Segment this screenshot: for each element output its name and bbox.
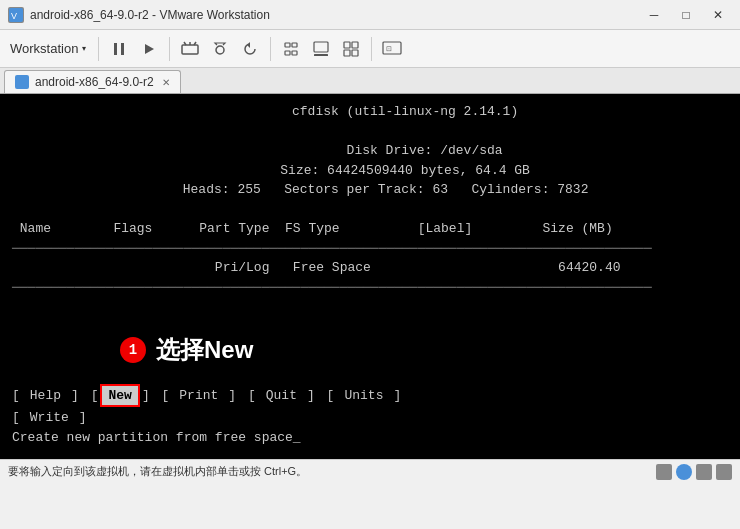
title-bar: V android-x86_64-9.0-r2 - VMware Worksta… — [0, 0, 740, 30]
print-bracket-open: [ — [162, 388, 170, 403]
terminal-line-5: Heads: 255 Sectors per Track: 63 Cylinde… — [12, 180, 728, 200]
chevron-down-icon: ▾ — [82, 44, 86, 53]
window-title: android-x86_64-9.0-r2 - VMware Workstati… — [30, 8, 270, 22]
sound-icon — [696, 464, 712, 480]
terminal-sep-1: ────────────────────────────────────────… — [12, 239, 728, 259]
svg-text:⊡: ⊡ — [386, 45, 392, 52]
toolbar-divider-3 — [270, 37, 271, 61]
quit-bracket-close: ] — [307, 388, 315, 403]
window-controls: ─ □ ✕ — [640, 5, 732, 25]
toolbar: Workstation ▾ ⊡ — [0, 30, 740, 68]
new-bracket-open: [ — [91, 388, 99, 403]
svg-text:V: V — [11, 11, 17, 21]
svg-marker-10 — [247, 42, 250, 48]
terminal-line-3: Disk Drive: /dev/sda — [12, 141, 728, 161]
btn-gap-4 — [317, 388, 325, 403]
svg-rect-17 — [344, 42, 350, 48]
svg-rect-16 — [314, 54, 328, 56]
toolbar-menu-button[interactable] — [135, 35, 163, 63]
status-text: 要将输入定向到该虚拟机，请在虚拟机内部单击或按 Ctrl+G。 — [8, 464, 307, 479]
svg-rect-13 — [285, 51, 290, 55]
tab-bar: android-x86_64-9.0-r2 ✕ — [0, 68, 740, 94]
maximize-button[interactable]: □ — [672, 5, 700, 25]
new-bracket-close: ] — [142, 388, 150, 403]
close-button[interactable]: ✕ — [704, 5, 732, 25]
annotation-text: 选择New — [156, 334, 253, 366]
workstation-menu[interactable]: Workstation ▾ — [4, 37, 92, 60]
send-ctrl-alt-del-button[interactable] — [176, 35, 204, 63]
workstation-label: Workstation — [10, 41, 78, 56]
button-row-1: [ Help ] [ New ] [ Print ] [ Quit ] [ Un… — [12, 384, 401, 407]
write-label[interactable]: Write — [22, 410, 77, 425]
status-bar: 要将输入定向到该虚拟机，请在虚拟机内部单击或按 Ctrl+G。 — [0, 459, 740, 483]
pause-button[interactable] — [105, 35, 133, 63]
button-row-2: [ Write ] — [12, 410, 87, 425]
terminal-header-row: Name Flags Part Type FS Type [Label] Siz… — [12, 219, 728, 239]
toolbar-divider-1 — [98, 37, 99, 61]
svg-point-9 — [216, 46, 224, 54]
svg-rect-11 — [285, 43, 290, 47]
toolbar-divider-2 — [169, 37, 170, 61]
svg-marker-4 — [145, 44, 154, 54]
fit-guest-button[interactable]: ⊡ — [378, 35, 406, 63]
help-label[interactable]: Help — [22, 388, 69, 403]
units-bracket-open: [ — [327, 388, 335, 403]
tab-close-button[interactable]: ✕ — [162, 77, 170, 88]
terminal-line-4: Size: 64424509440 bytes, 64.4 GB — [12, 161, 728, 181]
btn-gap-3 — [238, 388, 246, 403]
write-bracket-open: [ — [12, 410, 20, 425]
units-label[interactable]: Units — [336, 388, 391, 403]
annotation-number: 1 — [120, 337, 146, 363]
svg-rect-15 — [314, 42, 328, 52]
usb-icon — [716, 464, 732, 480]
print-bracket-close: ] — [228, 388, 236, 403]
new-button[interactable]: New — [100, 384, 139, 407]
terminal-area[interactable]: cfdisk (util-linux-ng 2.14.1) Disk Drive… — [0, 94, 740, 459]
annotation-overlay: 1 选择New — [120, 334, 253, 366]
fullscreen-button[interactable] — [277, 35, 305, 63]
network-icon — [656, 464, 672, 480]
vm-status-icon — [676, 464, 692, 480]
help-bracket-open: [ — [12, 388, 20, 403]
svg-rect-12 — [292, 43, 297, 47]
svg-rect-2 — [114, 43, 117, 55]
vm-tab[interactable]: android-x86_64-9.0-r2 ✕ — [4, 70, 181, 93]
help-bracket-close: ] — [71, 388, 79, 403]
vm-settings-button[interactable] — [337, 35, 365, 63]
svg-rect-3 — [121, 43, 124, 55]
svg-rect-5 — [182, 45, 198, 54]
quit-label[interactable]: Quit — [258, 388, 305, 403]
terminal-free-space: Pri/Log Free Space 64420.40 — [12, 258, 728, 278]
minimize-button[interactable]: ─ — [640, 5, 668, 25]
terminal-line-2 — [12, 122, 728, 142]
terminal-sep-2: ────────────────────────────────────────… — [12, 278, 728, 298]
quit-bracket-open: [ — [248, 388, 256, 403]
help-text-line: Create new partition from free space_ — [12, 430, 301, 445]
write-bracket-close: ] — [79, 410, 87, 425]
status-icons — [656, 464, 732, 480]
app-icon: V — [8, 7, 24, 23]
toolbar-divider-4 — [371, 37, 372, 61]
terminal-line-6 — [12, 200, 728, 220]
tab-label: android-x86_64-9.0-r2 — [35, 75, 154, 89]
svg-rect-14 — [292, 51, 297, 55]
units-bracket-close: ] — [393, 388, 401, 403]
svg-rect-19 — [344, 50, 350, 56]
btn-gap-2 — [152, 388, 160, 403]
snapshot-button[interactable] — [206, 35, 234, 63]
terminal-line-1: cfdisk (util-linux-ng 2.14.1) — [12, 102, 728, 122]
print-label[interactable]: Print — [171, 388, 226, 403]
svg-rect-20 — [352, 50, 358, 56]
unity-button[interactable] — [307, 35, 335, 63]
btn-gap-1 — [81, 388, 89, 403]
svg-rect-18 — [352, 42, 358, 48]
tab-vm-icon — [15, 75, 29, 89]
revert-button[interactable] — [236, 35, 264, 63]
